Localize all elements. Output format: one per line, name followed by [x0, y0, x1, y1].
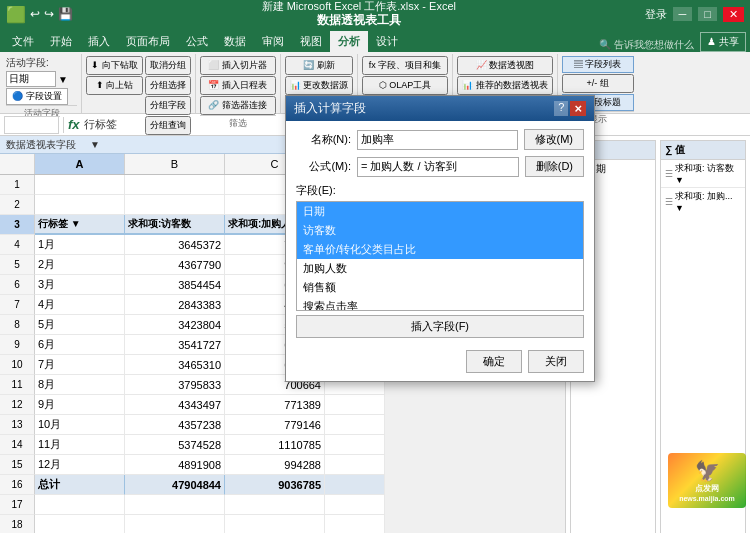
cell-D12[interactable]: [325, 395, 385, 415]
cell-C15[interactable]: 994288: [225, 455, 325, 475]
cell-A5[interactable]: 2月: [35, 255, 125, 275]
plusminus-button[interactable]: +/- 组: [562, 74, 634, 93]
group-field-button[interactable]: 分组字段: [145, 96, 191, 115]
field-dropdown-icon[interactable]: ▼: [58, 74, 68, 85]
cell-D18[interactable]: [325, 515, 385, 533]
dialog-help-icon[interactable]: ?: [554, 101, 568, 116]
cell-A14[interactable]: 11月: [35, 435, 125, 455]
tab-pagelayout[interactable]: 页面布局: [118, 31, 178, 52]
cell-B4[interactable]: 3645372: [125, 235, 225, 255]
close-btn[interactable]: ✕: [723, 7, 744, 22]
cell-B11[interactable]: 3795833: [125, 375, 225, 395]
group-select-button[interactable]: 分组选择: [145, 76, 191, 95]
filter-connect-button[interactable]: 🔗 筛选器连接: [200, 96, 276, 115]
drillup-button[interactable]: ⬆ 向上钻: [86, 76, 143, 95]
cell-C14[interactable]: 1110785: [225, 435, 325, 455]
group-query-button[interactable]: 分组查询: [145, 116, 191, 135]
field-item-sales[interactable]: 销售额: [297, 278, 583, 297]
ungroup-button[interactable]: 取消分组: [145, 56, 191, 75]
cell-D17[interactable]: [325, 495, 385, 515]
field-item-clickrate[interactable]: 搜索点击率: [297, 297, 583, 311]
refresh-button[interactable]: 🔄 刷新: [285, 56, 354, 75]
dialog-cancel-button[interactable]: 关闭: [528, 350, 584, 373]
value-item-1[interactable]: ☰ 求和项: 访客数 ▼: [661, 160, 745, 188]
olap-button[interactable]: ⬡ OLAP工具: [362, 76, 448, 95]
cell-A7[interactable]: 4月: [35, 295, 125, 315]
cell-B2[interactable]: [125, 195, 225, 215]
insert-field-button[interactable]: 插入字段(F): [296, 315, 584, 338]
insert-timeline-button[interactable]: 📅 插入日程表: [200, 76, 276, 95]
login-button[interactable]: 登录: [645, 7, 667, 22]
cell-B1[interactable]: [125, 175, 225, 195]
field-item-date[interactable]: 日期: [297, 202, 583, 221]
value-item-2[interactable]: ☰ 求和项: 加购... ▼: [661, 188, 745, 215]
tab-review[interactable]: 审阅: [254, 31, 292, 52]
cell-A8[interactable]: 5月: [35, 315, 125, 335]
cell-D14[interactable]: [325, 435, 385, 455]
field-item-visitors[interactable]: 访客数: [297, 221, 583, 240]
cell-B5[interactable]: 4367790: [125, 255, 225, 275]
fields-items-button[interactable]: fx 字段、项目和集: [362, 56, 448, 75]
cell-B17[interactable]: [125, 495, 225, 515]
cell-D15[interactable]: [325, 455, 385, 475]
name-input[interactable]: [357, 130, 518, 150]
cell-C17[interactable]: [225, 495, 325, 515]
cell-B13[interactable]: 4357238: [125, 415, 225, 435]
cell-A15[interactable]: 12月: [35, 455, 125, 475]
cell-C12[interactable]: 771389: [225, 395, 325, 415]
pivot-chart-button[interactable]: 📈 数据透视图: [457, 56, 553, 75]
tab-home[interactable]: 开始: [42, 31, 80, 52]
cell-B16[interactable]: 47904844: [125, 475, 225, 495]
cell-C16[interactable]: 9036785: [225, 475, 325, 495]
cell-A11[interactable]: 8月: [35, 375, 125, 395]
cell-A12[interactable]: 9月: [35, 395, 125, 415]
cell-A10[interactable]: 7月: [35, 355, 125, 375]
tab-formula[interactable]: 公式: [178, 31, 216, 52]
cell-D13[interactable]: [325, 415, 385, 435]
cell-A13[interactable]: 10月: [35, 415, 125, 435]
save-icon[interactable]: 💾: [58, 7, 73, 21]
cell-C13[interactable]: 779146: [225, 415, 325, 435]
dialog-close-icon[interactable]: ×: [570, 101, 586, 116]
name-box[interactable]: A3: [4, 116, 59, 134]
share-button[interactable]: ♟ 共享: [700, 32, 746, 52]
tab-view[interactable]: 视图: [292, 31, 330, 52]
cell-B15[interactable]: 4891908: [125, 455, 225, 475]
tab-design[interactable]: 设计: [368, 31, 406, 52]
cell-A6[interactable]: 3月: [35, 275, 125, 295]
insert-slicer-button[interactable]: ⬜ 插入切片器: [200, 56, 276, 75]
cell-B14[interactable]: 5374528: [125, 435, 225, 455]
cell-A2[interactable]: [35, 195, 125, 215]
tab-insert[interactable]: 插入: [80, 31, 118, 52]
change-datasource-button[interactable]: 📊 更改数据源: [285, 76, 354, 95]
formula-input[interactable]: [357, 157, 519, 177]
recommend-button[interactable]: 📊 推荐的数据透视表: [457, 76, 553, 95]
cell-A9[interactable]: 6月: [35, 335, 125, 355]
restore-btn[interactable]: □: [698, 7, 717, 21]
undo-icon[interactable]: ↩: [30, 7, 40, 21]
insert-calc-field-dialog[interactable]: 插入计算字段 ? × 名称(N): 修改(M) 公式(M):: [285, 95, 595, 382]
tab-data[interactable]: 数据: [216, 31, 254, 52]
field-item-ratio[interactable]: 客单价/转化父类目占比: [297, 240, 583, 259]
cell-B7[interactable]: 2843383: [125, 295, 225, 315]
cell-A16[interactable]: 总计: [35, 475, 125, 495]
field-item-addcart[interactable]: 加购人数: [297, 259, 583, 278]
modify-button[interactable]: 修改(M): [524, 129, 585, 150]
drilldown-button[interactable]: ⬇ 向下钻取: [86, 56, 143, 75]
tab-file[interactable]: 文件: [4, 31, 42, 52]
cell-B6[interactable]: 3854454: [125, 275, 225, 295]
minimize-btn[interactable]: ─: [673, 7, 693, 21]
cell-A1[interactable]: [35, 175, 125, 195]
pivot-toolbar-close[interactable]: ▼: [90, 139, 100, 150]
cell-A3[interactable]: 行标签 ▼: [35, 215, 125, 235]
cell-B9[interactable]: 3541727: [125, 335, 225, 355]
redo-icon[interactable]: ↪: [44, 7, 54, 21]
cell-B18[interactable]: [125, 515, 225, 533]
field-settings-button[interactable]: 🔵 字段设置: [6, 88, 68, 105]
tab-analyze[interactable]: 分析: [330, 31, 368, 52]
cell-B8[interactable]: 3423804: [125, 315, 225, 335]
cell-B3[interactable]: 求和项:访客数: [125, 215, 225, 235]
fields-listbox[interactable]: 日期 访客数 客单价/转化父类目占比 加购人数 销售额 搜索点击率 类聚数: [296, 201, 584, 311]
cell-B10[interactable]: 3465310: [125, 355, 225, 375]
dialog-confirm-button[interactable]: 确定: [466, 350, 522, 373]
